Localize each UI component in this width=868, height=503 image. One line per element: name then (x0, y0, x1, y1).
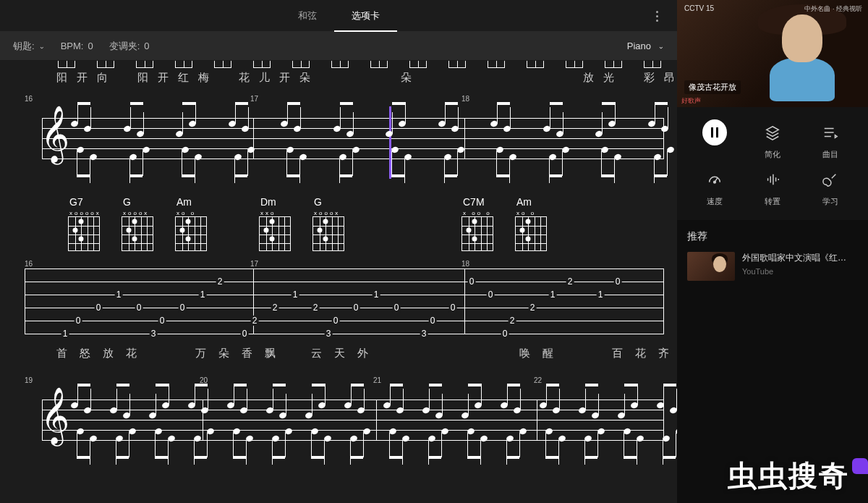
watermark-text: 虫虫搜奇 (728, 456, 849, 496)
fret-number: 0 (179, 303, 187, 313)
fret-number: 0 (158, 316, 166, 326)
chord-diagram: Amxo o (515, 196, 547, 251)
fret-number: 0 (75, 316, 82, 326)
watermark-badge (852, 458, 868, 474)
capo-display: 变调夹: 0 (109, 40, 150, 53)
fret-number: 3 (150, 329, 158, 339)
music-staff-1: 16 17 18 𝄞 (13, 98, 664, 192)
fret-number: 2 (312, 303, 320, 313)
side-panel: CCTV 15 中外名曲 · 经典视听 像茂古花开放 好歌声 简化 曲目 速度 (677, 0, 868, 503)
learn-button[interactable]: 学习 (801, 167, 859, 207)
fret-number: 2 (566, 276, 574, 287)
bar-number: 21 (373, 376, 381, 384)
bar-number: 22 (534, 376, 542, 384)
chord-boxes-partial (58, 61, 664, 68)
fret-number: 3 (420, 329, 428, 339)
more-menu-icon[interactable] (650, 9, 664, 23)
fret-number: 0 (352, 303, 360, 313)
fret-number: 1 (61, 329, 69, 339)
chevron-down-icon: ⌃ (39, 42, 45, 50)
bar-number: 17 (250, 95, 258, 103)
fret-number: 0 (241, 329, 249, 339)
lyrics-row-1: 阳开向阳开红梅花儿开朵朵放光彩昂 (56, 71, 664, 85)
channel-logo: CCTV 15 (684, 4, 714, 12)
equalizer-icon (760, 167, 785, 192)
playlist-icon (818, 120, 843, 145)
rec-title-text: 外国歌唱家中文演唱《红… (742, 252, 858, 264)
bar-number: 19 (25, 376, 33, 384)
fret-number: 0 (135, 303, 143, 313)
video-corner-logo: 好歌声 (681, 96, 701, 106)
action-grid: 简化 曲目 速度 转置 学习 (677, 107, 868, 220)
svg-point-0 (714, 181, 716, 183)
guitar-icon (818, 167, 843, 192)
bar-number: 18 (461, 260, 469, 268)
fret-number: 2 (251, 316, 259, 326)
key-label: 钥匙: (13, 40, 35, 53)
fret-number: 0 (95, 303, 103, 313)
lyrics-row-2: 首怒放花万朵香飘云天外唤醒百花齐开放高歌欢庆 (56, 347, 664, 360)
controls-bar: 钥匙: ⌃ BPM: 0 变调夹: 0 Piano ⌃ (0, 32, 677, 61)
chord-diagram: Dmxxo (259, 196, 291, 251)
bar-number: 18 (461, 95, 469, 103)
fret-number: 1 (597, 289, 605, 300)
speed-button[interactable]: 速度 (686, 167, 744, 207)
gauge-icon (702, 167, 727, 192)
bpm-value: 0 (88, 41, 93, 51)
fret-number: 0 (429, 316, 437, 326)
fret-number: 0 (487, 289, 495, 300)
fret-number: 1 (115, 289, 123, 300)
tab-staff-1: 16 17 18 0010001213221200100300002212301… (13, 261, 664, 341)
fret-number: 0 (468, 276, 476, 287)
rec-source: YouTube (742, 267, 858, 276)
fret-number: 1 (292, 289, 299, 300)
chord-diagram: Gxooox (122, 196, 153, 251)
chord-diagram: Amxo o (175, 196, 207, 251)
fret-number: 2 (509, 316, 516, 326)
fret-number: 3 (325, 329, 333, 339)
layers-icon (760, 120, 785, 145)
fret-number: 2 (216, 276, 224, 287)
transpose-button[interactable]: 转置 (744, 167, 801, 207)
recommendations: 推荐 外国歌唱家中文演唱《红… YouTube (677, 220, 868, 291)
chord-diagram: Gxooox (312, 196, 344, 251)
tab-tab[interactable]: 选项卡 (334, 0, 397, 32)
fret-number: 0 (393, 303, 401, 313)
fret-number: 0 (332, 316, 340, 326)
video-preview[interactable]: CCTV 15 中外名曲 · 经典视听 像茂古花开放 好歌声 (677, 0, 868, 107)
fret-number: 0 (449, 303, 457, 313)
pause-button[interactable] (686, 120, 744, 160)
chord-diagram: C7Mx oo o (461, 196, 493, 251)
fret-number: 1 (549, 289, 557, 300)
fret-number: 0 (614, 276, 622, 287)
bpm-label: BPM: (61, 41, 84, 51)
rec-thumbnail (687, 252, 735, 281)
rec-item[interactable]: 外国歌唱家中文演唱《红… YouTube (687, 252, 858, 281)
simplify-button[interactable]: 简化 (744, 120, 801, 160)
video-caption: 像茂古花开放 (684, 80, 741, 94)
fret-number: 0 (501, 329, 509, 339)
bar-number: 16 (25, 260, 33, 268)
songs-button[interactable]: 曲目 (801, 120, 859, 160)
view-tabs: 和弦 选项卡 (0, 0, 677, 32)
chord-diagram: G7xoooox (68, 196, 100, 251)
program-tag: 中外名曲 · 经典视听 (804, 4, 862, 14)
key-selector[interactable]: 钥匙: ⌃ (13, 40, 45, 53)
fret-number: 1 (373, 289, 380, 300)
fret-number: 2 (529, 303, 537, 313)
tab-chord[interactable]: 和弦 (281, 0, 334, 32)
instrument-value: Piano (627, 41, 651, 51)
bpm-display: BPM: 0 (61, 41, 93, 51)
fret-number: 1 (199, 289, 207, 300)
score-area[interactable]: 阳开向阳开红梅花儿开朵朵放光彩昂 16 17 18 𝄞 (0, 61, 677, 503)
pause-icon (702, 119, 727, 145)
capo-label: 变调夹: (109, 40, 140, 53)
chord-diagrams: G7xooooxGxooox Amxo oDmxxo Gxooox C7Mx o… (68, 196, 664, 251)
bar-number: 17 (250, 260, 258, 268)
music-staff-2: 19 20 21 22 𝄞 (13, 379, 664, 473)
rec-heading: 推荐 (687, 230, 858, 243)
fret-number: 2 (271, 303, 279, 313)
instrument-selector[interactable]: Piano ⌃ (627, 41, 664, 51)
bar-number: 16 (25, 95, 33, 103)
capo-value: 0 (144, 41, 149, 51)
